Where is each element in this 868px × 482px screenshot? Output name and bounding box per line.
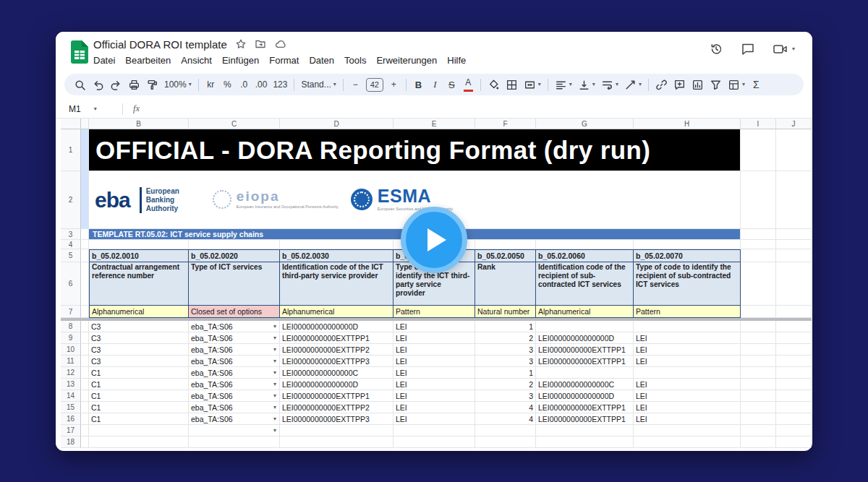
row-number-5[interactable]: 5 xyxy=(61,249,81,262)
cell[interactable] xyxy=(741,356,776,367)
data-cell[interactable] xyxy=(634,321,741,332)
row-number-7[interactable]: 7 xyxy=(61,306,81,318)
merge-cells-icon[interactable]: ▾ xyxy=(522,76,543,93)
row-number-11[interactable]: 11 xyxy=(61,356,81,367)
data-cell[interactable] xyxy=(634,425,741,436)
data-cell[interactable]: 3 xyxy=(475,390,536,402)
field-type-cell[interactable]: Alphanumerical xyxy=(89,306,189,318)
data-cell[interactable]: eba_TA:S06▾ xyxy=(189,344,280,356)
insert-comment-icon[interactable] xyxy=(671,76,688,93)
menu-format[interactable]: Format xyxy=(264,53,304,67)
cell[interactable] xyxy=(776,321,812,332)
comments-icon[interactable] xyxy=(741,42,755,56)
data-cell[interactable] xyxy=(536,367,634,379)
data-cell[interactable]: eba_TA:S06▾ xyxy=(189,356,280,367)
data-cell[interactable]: LEI xyxy=(634,413,741,425)
name-box[interactable]: M1 ▾ xyxy=(56,104,122,114)
row-number-8[interactable]: 8 xyxy=(61,321,81,332)
header-code-cell[interactable]: b_05.02.0060 xyxy=(536,249,634,262)
dropdown-arrow-icon[interactable]: ▾ xyxy=(273,404,277,410)
text-rotation-icon[interactable]: ▾ xyxy=(622,76,644,93)
data-cell[interactable]: LEI xyxy=(634,332,741,344)
increase-decimal-button[interactable]: .00 xyxy=(253,76,270,93)
data-cell[interactable]: 2 xyxy=(475,332,536,344)
data-cell[interactable]: C1 xyxy=(89,367,189,379)
data-cell[interactable]: LEI0000000000EXTTPP1 xyxy=(280,332,393,344)
cell[interactable] xyxy=(741,436,776,448)
menu-tools[interactable]: Tools xyxy=(339,53,371,67)
data-cell[interactable]: LEI00000000000000D xyxy=(280,379,393,390)
field-type-cell[interactable]: Alphanumerical xyxy=(536,306,634,318)
column-header-h[interactable]: H xyxy=(634,119,741,129)
data-cell[interactable]: eba_TA:S06▾ xyxy=(189,390,280,402)
header-desc-cell[interactable]: Rank xyxy=(475,262,536,306)
field-type-cell[interactable]: Alphanumerical xyxy=(280,306,393,318)
dropdown-arrow-icon[interactable]: ▾ xyxy=(273,381,277,387)
header-desc-cell[interactable]: Type of code to identify the recipient o… xyxy=(634,262,741,306)
data-cell[interactable]: 4 xyxy=(475,402,536,413)
data-cell[interactable] xyxy=(634,367,741,379)
cell-a17[interactable] xyxy=(81,425,89,436)
dropdown-arrow-icon[interactable]: ▾ xyxy=(273,323,277,330)
data-cell[interactable]: eba_TA:S06▾ xyxy=(189,321,280,332)
row-number-9[interactable]: 9 xyxy=(61,332,81,344)
paint-format-icon[interactable] xyxy=(144,76,161,93)
data-cell[interactable]: C1 xyxy=(89,402,189,413)
data-cell[interactable]: LEI xyxy=(634,344,741,356)
data-cell[interactable]: LEI0000000000EXTTPP1 xyxy=(536,402,634,413)
data-cell[interactable]: LEI0000000000EXTTPP1 xyxy=(536,344,634,356)
number-format-button[interactable]: 123 xyxy=(271,76,289,93)
move-folder-icon[interactable] xyxy=(255,38,266,50)
data-cell[interactable] xyxy=(89,436,189,448)
cell[interactable] xyxy=(189,240,280,249)
star-icon[interactable] xyxy=(235,38,247,50)
cell-a10[interactable] xyxy=(81,344,89,356)
data-cell[interactable]: LEI0000000000EXTTPP1 xyxy=(280,390,393,402)
row-number-12[interactable]: 12 xyxy=(61,367,81,379)
cell[interactable] xyxy=(776,425,812,436)
cell-a3[interactable] xyxy=(81,229,89,240)
data-cell[interactable]: LEI xyxy=(634,402,741,413)
row-number-6[interactable]: 6 xyxy=(61,262,81,306)
title-banner-cell[interactable]: OFFICIAL - DORA Reporting Format (dry ru… xyxy=(89,129,741,171)
menu-bearbeiten[interactable]: Bearbeiten xyxy=(120,53,176,67)
data-cell[interactable]: LEI xyxy=(634,390,741,402)
cell-a14[interactable] xyxy=(81,390,89,402)
redo-icon[interactable] xyxy=(108,76,124,93)
data-cell[interactable]: LEI xyxy=(393,413,475,425)
cell[interactable] xyxy=(741,402,776,413)
data-cell[interactable]: LEI xyxy=(393,356,475,367)
font-size-input[interactable]: 42 xyxy=(366,78,383,92)
data-cell[interactable]: 3 xyxy=(475,344,536,356)
cell-a1[interactable] xyxy=(81,129,89,171)
cell[interactable] xyxy=(776,240,812,249)
decrease-decimal-button[interactable]: .0 xyxy=(237,76,252,93)
cell[interactable] xyxy=(776,306,812,318)
column-header-g[interactable]: G xyxy=(536,119,634,129)
menu-ansicht[interactable]: Ansicht xyxy=(176,53,217,67)
menu-einfuegen[interactable]: Einfügen xyxy=(217,53,264,67)
cell-a4[interactable] xyxy=(81,240,89,249)
undo-icon[interactable] xyxy=(90,76,106,93)
strikethrough-button[interactable]: S xyxy=(444,76,459,93)
cell[interactable] xyxy=(776,390,812,402)
data-cell[interactable]: LEI0000000000EXTTPP2 xyxy=(280,344,393,356)
cell-a13[interactable] xyxy=(81,379,89,390)
column-header-d[interactable]: D xyxy=(280,119,393,129)
data-cell[interactable] xyxy=(89,425,189,436)
cell-a2[interactable] xyxy=(81,171,89,229)
data-cell[interactable]: LEI0000000000EXTTPP3 xyxy=(280,413,393,425)
cell-a8[interactable] xyxy=(81,321,89,332)
cell[interactable] xyxy=(776,436,812,448)
data-cell[interactable]: LEI xyxy=(393,379,475,390)
cell[interactable] xyxy=(741,229,776,240)
dropdown-arrow-icon[interactable]: ▾ xyxy=(273,346,277,353)
cell-a15[interactable] xyxy=(81,402,89,413)
data-cell[interactable]: LEI xyxy=(393,367,475,379)
data-cell[interactable] xyxy=(536,321,634,332)
data-cell[interactable]: LEI0000000000EXTTPP1 xyxy=(536,356,634,367)
increase-font-size-button[interactable]: + xyxy=(386,76,401,93)
data-cell[interactable] xyxy=(536,436,634,448)
row-number-13[interactable]: 13 xyxy=(61,379,81,390)
cell[interactable] xyxy=(741,306,776,318)
